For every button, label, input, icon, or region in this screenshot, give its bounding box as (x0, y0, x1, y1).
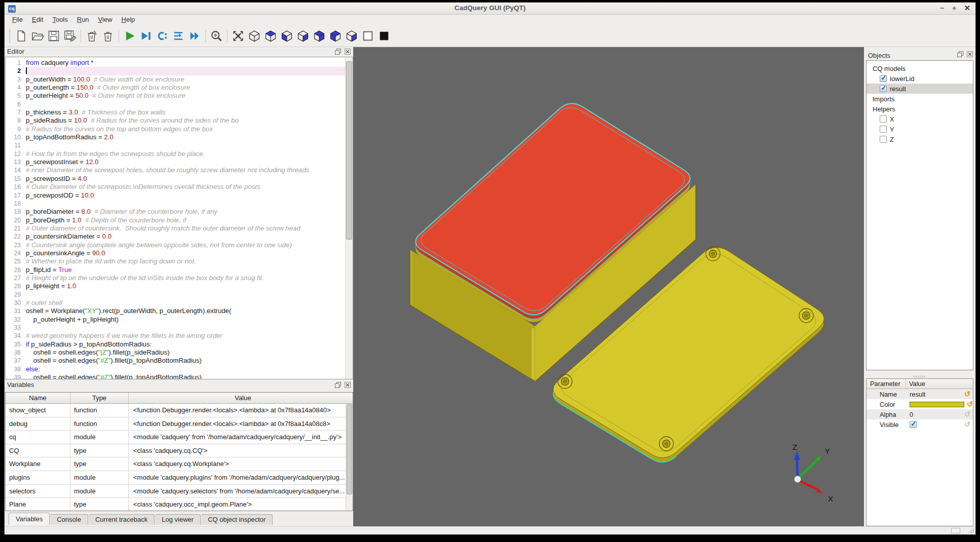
code-line[interactable]: 35if p_sideRadius > p_topAndBottomRadius… (6, 340, 345, 349)
tab-current-traceback[interactable]: Current traceback (89, 514, 155, 525)
code-line[interactable]: 4p_outerLength = 150.0 # Outer length of… (6, 84, 345, 92)
tree-item-z[interactable]: Z (866, 134, 973, 144)
code-line[interactable]: 10p_topAndBottomRadius = 2.0 (6, 133, 345, 141)
code-line[interactable]: 36 oshell = oshell.edges("|Z").fillet(p_… (6, 349, 345, 357)
view-right-button[interactable] (344, 28, 359, 44)
column-header-name[interactable]: Name (6, 393, 70, 403)
float-panel-icon[interactable] (957, 51, 963, 57)
code-line[interactable]: 20p_boreDepth = 1.0 # Depth of the count… (6, 216, 345, 224)
code-line[interactable]: 3p_outerWidth = 100.0 # Outer width of b… (6, 75, 345, 84)
view-top-button[interactable] (263, 28, 278, 44)
tab-variables[interactable]: Variables (9, 513, 50, 525)
column-header-type[interactable]: Type (70, 393, 129, 403)
code-line[interactable]: 33 (6, 324, 345, 332)
code-line[interactable]: 32 p_outerHeight + p_lipHeight) (6, 316, 345, 324)
view-left-button[interactable] (328, 28, 343, 44)
code-line[interactable]: 18 (6, 200, 345, 208)
code-line[interactable]: 31oshell = Workplane("XY").rect(p_outerW… (6, 307, 345, 315)
code-line[interactable]: 15p_screwpostID = 4.0 (6, 175, 345, 183)
variable-row[interactable]: show_objectfunction<function Debugger.re… (6, 404, 353, 417)
tree-item-result[interactable]: result (866, 84, 973, 94)
code-line[interactable]: 22p_countersinkDiameter = 0.0 (6, 233, 345, 241)
render-button[interactable] (122, 28, 137, 44)
checkbox-x[interactable] (880, 115, 887, 123)
menu-tools[interactable]: Tools (48, 15, 72, 24)
close-button[interactable]: ✕ (964, 4, 970, 13)
shaded-mode-button[interactable] (376, 28, 392, 44)
resize-grip[interactable] (968, 527, 974, 533)
code-line[interactable]: 34# weird geometry happens if we make th… (6, 332, 345, 340)
param-value[interactable]: 0 (906, 411, 962, 418)
column-header-value[interactable]: Value (129, 393, 353, 403)
view-back-button[interactable] (312, 28, 327, 44)
close-panel-icon[interactable] (967, 51, 973, 57)
tab-log-viewer[interactable]: Log viewer (155, 514, 201, 525)
code-line[interactable]: 9# Radius for the curves on the top and … (6, 125, 345, 133)
undo-icon[interactable]: ↺ (962, 420, 973, 429)
viewport-3d[interactable]: Z Y X (353, 47, 864, 526)
debug-button[interactable] (138, 28, 154, 44)
variable-row[interactable]: debugfunction<function Debugger.render.<… (6, 417, 353, 431)
editor-scrollbar[interactable] (345, 57, 353, 379)
code-line[interactable]: 28p_lipHeight = 1.0 (6, 282, 345, 290)
menu-file[interactable]: File (8, 15, 27, 24)
param-value[interactable] (906, 402, 964, 407)
save-button[interactable] (46, 28, 61, 44)
undo-icon[interactable]: ↺ (964, 400, 973, 409)
code-line[interactable]: 37 oshell = oshell.edges("#Z").fillet(p_… (6, 357, 345, 365)
code-line[interactable]: 2 (6, 67, 345, 75)
menu-run[interactable]: Run (72, 15, 94, 24)
code-line[interactable]: 38else: (6, 365, 345, 373)
checkbox-z[interactable] (880, 136, 887, 143)
new-file-button[interactable] (14, 28, 29, 44)
menu-edit[interactable]: Edit (27, 15, 48, 24)
tree-item-cq-models[interactable]: CQ models (866, 63, 973, 73)
tree-item-x[interactable]: X (866, 114, 973, 124)
step-into-button[interactable] (171, 28, 186, 44)
code-line[interactable]: 25# Whether to place the lid with the to… (6, 257, 345, 265)
variable-row[interactable]: selectorsmodule<module 'cadquery.selecto… (6, 485, 353, 498)
code-line[interactable]: 1from cadquery import * (6, 59, 345, 67)
code-line[interactable]: 8p_sideRadius = 10.0 # Radius for the cu… (6, 117, 345, 125)
view-bottom-button[interactable] (279, 28, 294, 44)
delete-object-button[interactable] (84, 28, 99, 44)
tab-console[interactable]: Console (50, 514, 88, 525)
open-file-button[interactable] (30, 28, 45, 44)
maximize-button[interactable]: + (952, 4, 957, 13)
tree-item-y[interactable]: Y (866, 124, 973, 134)
wireframe-mode-button[interactable] (360, 28, 375, 44)
variable-row[interactable]: cqmodule<module 'cadquery' from '/home/a… (6, 431, 353, 444)
code-line[interactable]: 29 (6, 291, 345, 299)
save-as-button[interactable] (62, 28, 78, 44)
tab-cq-object-inspector[interactable]: CQ object inspector (201, 514, 273, 525)
tree-item-lowerlid[interactable]: lowerLid (866, 73, 973, 84)
code-line[interactable]: 5p_outerHeight = 50.0 # Outer height of … (6, 92, 345, 100)
code-line[interactable]: 27# Height of lip on the underside of th… (6, 274, 345, 282)
variable-row[interactable]: pluginsmodule<module 'cadquery.plugins' … (6, 471, 353, 485)
code-line[interactable]: 24p_countersinkAngle = 90.0 (6, 249, 345, 257)
panel-splitter[interactable] (864, 374, 975, 378)
menu-view[interactable]: View (94, 15, 117, 24)
param-value[interactable] (906, 421, 962, 428)
tree-item-helpers[interactable]: Helpers (866, 104, 973, 114)
visible-checkbox[interactable] (910, 421, 917, 428)
code-line[interactable]: 13p_screwpostInset = 12.0 (6, 158, 345, 166)
code-line[interactable]: 6 (6, 100, 345, 108)
variable-row[interactable]: CQtype<class 'cadquery.cq.CQ'> (6, 444, 353, 458)
view-iso-button[interactable] (247, 28, 262, 44)
undo-icon[interactable]: ↺ (962, 410, 973, 419)
code-line[interactable]: 23# Countersink angle (complete angle be… (6, 241, 345, 249)
checkbox-result[interactable] (880, 85, 887, 92)
code-line[interactable]: 30# outer shell (6, 299, 345, 307)
variables-scrollbar[interactable] (346, 404, 353, 511)
checkbox-lowerlid[interactable] (880, 75, 887, 82)
zoom-to-fit-button[interactable] (209, 28, 224, 44)
float-panel-icon[interactable] (335, 49, 341, 55)
tree-item-imports[interactable]: Imports (866, 94, 973, 104)
variable-row[interactable]: Workplanetype<class 'cadquery.cq.Workpla… (6, 457, 353, 471)
view-front-button[interactable] (295, 28, 311, 44)
code-line[interactable]: 7p_thickness = 3.0 # Thickness of the bo… (6, 108, 345, 117)
param-value[interactable]: result (906, 391, 962, 398)
variable-row[interactable]: Planetype<class 'cadquery.occ_impl.geom.… (6, 498, 353, 511)
code-line[interactable]: 39 oshell = oshell.edges("#Z").fillet(p_… (6, 373, 345, 379)
